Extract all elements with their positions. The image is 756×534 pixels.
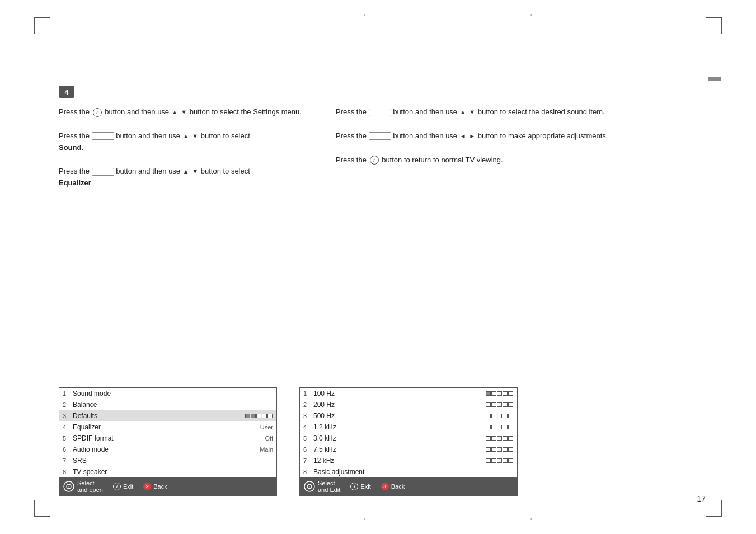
menu-item-label-2: Balance: [73, 401, 273, 409]
svg-text:↕: ↕: [308, 485, 311, 489]
eq-slider-6: [486, 447, 514, 452]
instr-l1-after: button to select the Settings menu.: [190, 107, 302, 116]
arrow-up-icon-2: ▲: [183, 132, 189, 142]
content-left: Press the i button and then use ▲ ▼ butt…: [59, 106, 305, 202]
menu-item-4[interactable]: 4 Equalizer User: [59, 421, 276, 433]
footer-r-select-item: ↕ Selectand Edit: [303, 480, 340, 493]
eq-label-5: 3.0 kHz: [313, 434, 482, 442]
instruction-left-2: Press the button and then use ▲ ▼ button…: [59, 130, 305, 154]
eq-label-6: 7.5 kHz: [313, 446, 482, 453]
eq-num-6: 6: [303, 446, 313, 453]
eq-slider-7: [486, 458, 514, 463]
menu-item-1[interactable]: 1 Sound mode: [59, 388, 276, 399]
eq-seg-5-5: [508, 436, 513, 441]
footer-r-back-item: 3 Back: [381, 483, 405, 490]
eq-item-7[interactable]: 7 12 kHz: [300, 455, 517, 466]
menu-item-label-7: SRS: [73, 457, 273, 465]
eq-label-8: Basic adjustment: [313, 468, 514, 476]
footer-r-back-label: Back: [391, 483, 405, 490]
eq-label-3: 500 Hz: [313, 412, 482, 420]
eq-item-3[interactable]: 3 500 Hz: [300, 410, 517, 421]
footer-select-item: ↕ Selectand open: [63, 480, 103, 493]
footer-back-btn: 2: [143, 483, 151, 490]
instr-l2-dot: .: [81, 143, 83, 152]
eq-seg-3-5: [508, 414, 513, 418]
instr-l1-middle: button and then use: [105, 107, 171, 116]
instr-l3-bold: Equalizer: [59, 179, 91, 187]
eq-slider-3: [486, 414, 514, 418]
slider-seg-3-5: [267, 414, 273, 418]
eq-seg-5-4: [503, 436, 508, 441]
instr-r3-before: Press the: [336, 156, 369, 164]
eq-item-2[interactable]: 2 200 Hz: [300, 399, 517, 410]
eq-num-8: 8: [303, 469, 313, 475]
eq-slider-1: [486, 391, 514, 396]
menu-item-num-5: 5: [63, 435, 73, 442]
menu-item-num-2: 2: [63, 401, 73, 408]
footer-i-icon: i: [113, 483, 121, 490]
menu-item-7[interactable]: 7 SRS: [59, 455, 276, 466]
corner-mark-tl: [34, 17, 50, 34]
menu-item-3[interactable]: 3 Defaults: [59, 410, 276, 421]
eq-item-5[interactable]: 5 3.0 kHz: [300, 433, 517, 444]
step-badge: 4: [59, 86, 74, 98]
menu-item-label-8: TV speaker: [73, 468, 273, 476]
menu-item-label-3: Defaults: [73, 412, 242, 420]
footer-r-exit-label: Exit: [360, 483, 370, 490]
dot-top-center: [364, 14, 365, 16]
menu-button-icon-r1: [369, 109, 391, 116]
menu-item-value-6: Main: [260, 446, 273, 453]
eq-seg-7-4: [503, 458, 508, 463]
eq-seg-1-3: [497, 391, 502, 396]
eq-seg-7-3: [497, 458, 502, 463]
eq-num-2: 2: [303, 401, 313, 408]
eq-seg-7-1: [486, 458, 491, 463]
instruction-left-1: Press the i button and then use ▲ ▼ butt…: [59, 106, 305, 118]
menu-item-8[interactable]: 8 TV speaker: [59, 466, 276, 477]
corner-mark-br: [706, 500, 722, 517]
eq-seg-4-4: [503, 425, 508, 429]
eq-num-5: 5: [303, 435, 313, 442]
equalizer-menu: 1 100 Hz 2 200 Hz 3 500 Hz: [299, 387, 518, 496]
menu-item-6[interactable]: 6 Audio mode Main: [59, 444, 276, 455]
slider-seg-3-3: [256, 414, 261, 418]
arrow-down-icon-1: ▼: [181, 107, 187, 118]
instr-l1-before: Press the: [59, 107, 92, 116]
footer-r-i-icon: i: [350, 483, 358, 490]
arrow-down-icon-2: ▼: [192, 132, 198, 142]
eq-label-4: 1.2 kHz: [313, 423, 482, 431]
footer-exit-item: i Exit: [113, 483, 133, 490]
menu-item-num-4: 4: [63, 424, 73, 430]
instr-r1-after: button to select the desired sound item.: [478, 107, 605, 116]
menu-item-5[interactable]: 5 SPDIF format Off: [59, 433, 276, 444]
menu-button-icon-3: [92, 168, 114, 176]
slider-seg-3-1: [245, 414, 250, 418]
page-number: 17: [697, 494, 706, 503]
instruction-left-3: Press the button and then use ▲ ▼ button…: [59, 166, 305, 189]
menu-item-2[interactable]: 2 Balance: [59, 399, 276, 410]
menu-button-icon-r2: [369, 132, 391, 140]
dot-top-right: [530, 14, 532, 16]
eq-seg-2-4: [503, 402, 508, 407]
sound-settings-menu: 1 Sound mode 2 Balance 3 Defaults 4 Equa…: [59, 387, 277, 496]
menu-button-icon-2: [92, 132, 114, 140]
instr-l2-after: button to select: [201, 132, 250, 140]
eq-slider-5: [486, 436, 514, 441]
eq-item-4[interactable]: 4 1.2 kHz: [300, 421, 517, 433]
eq-seg-5-2: [491, 436, 496, 441]
menu-item-value-5: Off: [265, 435, 273, 442]
eq-item-8[interactable]: 8 Basic adjustment: [300, 466, 517, 477]
eq-seg-1-4: [503, 391, 508, 396]
eq-num-7: 7: [303, 457, 313, 464]
eq-item-1[interactable]: 1 100 Hz: [300, 388, 517, 399]
menu-footer-left: ↕ Selectand open i Exit 2 Back: [59, 477, 276, 495]
slider-seg-3-4: [262, 414, 267, 418]
eq-seg-4-1: [486, 425, 491, 429]
eq-seg-2-1: [486, 402, 491, 407]
eq-label-7: 12 kHz: [313, 457, 482, 465]
eq-item-6[interactable]: 6 7.5 kHz: [300, 444, 517, 455]
eq-num-4: 4: [303, 424, 313, 430]
eq-seg-3-2: [491, 414, 496, 418]
footer-exit-label: Exit: [123, 483, 133, 490]
instr-l3-after: button to select: [201, 167, 250, 175]
